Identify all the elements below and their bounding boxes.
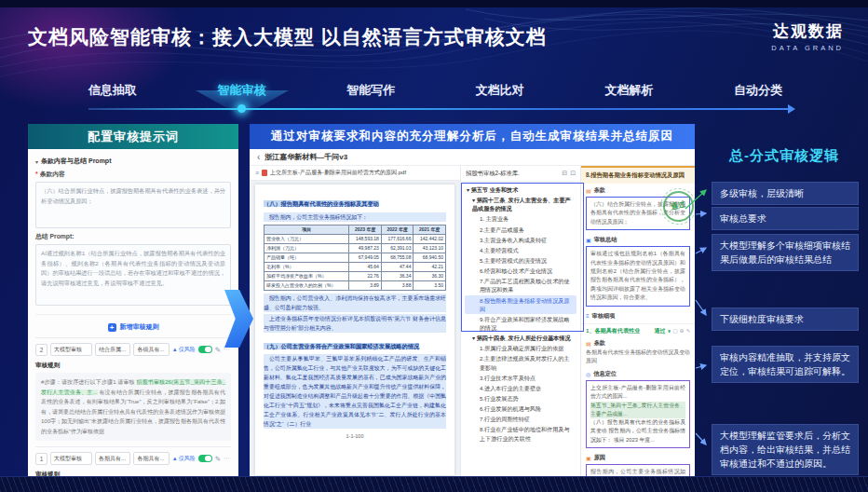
menu-icon[interactable]: ≡ (255, 170, 259, 176)
rule-field2-input[interactable]: 各级具有... (133, 343, 169, 356)
edit-icon[interactable]: ✎ (215, 455, 221, 463)
note-box: 大模型理解监管要求后，分析文档内容，给出审核结果，并总结审核通过和不通过的原因。 (712, 424, 859, 475)
rule-type-input[interactable]: 大模型审核 (50, 452, 92, 465)
note-box: 下级细粒度审核要求 (712, 308, 859, 331)
pdf-file-icon (262, 170, 267, 176)
doc-paragraph: 上述业务指标历年变动情况分析详见本招股说明书“第六节 财务会计信息与管理层分析”… (264, 314, 446, 333)
rule-tree-title: 招股书审核2-标准库. (466, 170, 520, 178)
doc-table-cell: 47.44 (381, 262, 414, 271)
brand-logo-subtitle: DATA GRAND (771, 44, 844, 52)
box-icon: ▣ (586, 237, 591, 243)
clause-content-textarea[interactable]: （六）结合所属行业特点，披露报告期各期具有代表性的业务表述，并分析变动情况及原因… (35, 182, 231, 228)
summary-label-row: ▣ 审核总结 (581, 233, 695, 245)
summary-prompt-textarea[interactable]: AI通过规则名称1（结合所属行业特点，披露报告期各期具有代表性的业务指标）、规则… (35, 244, 231, 306)
nav-tab[interactable]: 智能写作 (346, 82, 395, 99)
right-panel-title: 总-分式审核逻辑 (706, 147, 862, 165)
tree-item[interactable]: 5.行业发展态势 (465, 393, 576, 403)
back-icon[interactable]: ‹ (257, 152, 260, 162)
tree-item[interactable]: 3.主营业务收入构成及特征 (465, 235, 576, 245)
rule-field1-input[interactable]: 结合所属... (95, 343, 130, 356)
tree-item-selected[interactable]: 8.报告期各期业务指标变动情况及原因 (465, 295, 576, 314)
locate-line[interactable]: （八）报告期具有代表性的业务指标及其变动 报告期内，公司主营业务指标情况如下： … (590, 418, 685, 444)
nav-tab[interactable]: 文档比对 (476, 82, 524, 99)
doc-heading-1: （八）报告期具有代表性的业务指标及其变动 (264, 200, 379, 207)
document-page[interactable]: （八）报告期具有代表性的业务指标及其变动 报告期内，公司主营业务指标情况如下： … (255, 184, 454, 475)
review-result-panel: 通过对审核要求和内容的充分理解分析后，自动生成审核结果并总结原因 ‹ 浙江嘉华新… (250, 124, 695, 478)
tree-item[interactable]: 6.经营和核心技术产业化情况 (465, 266, 576, 276)
tree-item[interactable]: 7.行业的周期性特征 (465, 414, 576, 424)
doc-table-cell: 36.30 (414, 271, 446, 280)
prompt-section-toggle[interactable]: ▾ 条款内容与总结 Prompt (35, 157, 231, 166)
add-rule-button[interactable]: + 新增审核规则 (35, 314, 231, 332)
locate-box[interactable]: 上交所主板-产品服务-删除采用目前经营方式的原因... 第五节_第四十三条_发行… (586, 380, 690, 448)
tree-item[interactable]: 2.主要产品或服务 (465, 225, 576, 235)
edit-icon[interactable]: ✎ (685, 328, 690, 334)
nav-tab[interactable]: 自动分类 (734, 82, 782, 99)
doc-table-cell: 62,391.03 (381, 243, 414, 253)
doc-table-head-row: 项目2023 年度2022 年度2021 年度 (264, 225, 446, 234)
breadcrumb-label: 浙江嘉华新材料—千问v3 (264, 152, 347, 162)
doc-table-cell: 43,123.10 (414, 243, 446, 253)
risk-only-tag[interactable]: ▲仅风险 (172, 346, 196, 354)
rule-card-header: 2 大模型审核 结合所属... 各级具有... ▲仅风险 ✎ ⋯ (35, 343, 231, 356)
rule-tree-header: 招股书审核2-标准库. ⊟ ⊡ (461, 166, 580, 182)
doc-table-cell: 142,442.02 (414, 234, 446, 243)
clause-content-label: *条款内容 (35, 170, 231, 179)
tree-item[interactable]: 5.主要经营模式的演变情况 (465, 255, 576, 266)
edit-icon[interactable]: ✎ (215, 346, 221, 354)
locate-line[interactable]: 第五节_第四十三条_发行人主营业务、主要产品或服... (590, 402, 685, 419)
rule-type-input[interactable]: 大模型审核 (50, 343, 92, 356)
clause-text-box: （六）结合所属行业特点，披露报告期各期具有代表性的业务指标，并分析变动情况及原因… (586, 197, 690, 230)
detail-item-row[interactable]: 1、各期具有代表性业务指标... 通过 ∨ ▢ ⊙ ✎ (581, 323, 695, 336)
slide-canvas: 文档风险智能审核：接入大模型 以自然语言方式审核文档 达观数据 DATA GRA… (0, 0, 868, 492)
collapse-all-icon[interactable]: ⊟ (562, 170, 567, 177)
rule-field1-input[interactable]: 各期具有... (95, 452, 130, 465)
rule-label: 审核规则 (35, 362, 231, 370)
rule-field2-input[interactable]: 各期具有... (133, 452, 169, 465)
doc-table-cell: 加权平均净资产收益率（%） (264, 271, 349, 280)
locate-line[interactable]: 上交所主板-产品服务-删除采用目前经营方式的原因... (590, 384, 685, 402)
doc-table-row: 加权平均净资产收益率（%）22.7636.3436.30 (264, 271, 446, 280)
doc-table-header-cell: 2021 年度 (414, 225, 446, 234)
doc-table-row: 营业收入（万元）148,593.18177,616.66142,442.02 (264, 234, 446, 243)
doc-table-header-cell: 2023 年度 (349, 225, 382, 234)
nav-tab[interactable]: 文档解析 (604, 82, 653, 99)
expand-all-icon[interactable]: ⊡ (570, 170, 576, 177)
detail-item-title: 1、各期具有代表性业务指标... (586, 327, 640, 335)
tree-item[interactable]: 9.符合产业政策和国家经济发展战略的情况 (465, 314, 576, 333)
tree-item[interactable]: 4.进入本行业的主要壁垒 (465, 383, 576, 393)
nav-tab[interactable]: 智能审核 (218, 82, 266, 99)
doc-table-cell: 3.50 (414, 280, 446, 290)
rule-index-badge: 1 (35, 453, 47, 465)
tree-item[interactable]: 3.行业技术水平及特点 (465, 373, 576, 383)
tree-item[interactable]: 8.行业在产业链中的地位和作用及与上下游行业的关联性 (465, 424, 576, 443)
doc-table-cell: 148,593.18 (349, 234, 382, 243)
tree-item[interactable]: 6.行业发展的机遇与风险 (465, 403, 576, 414)
risk-only-tag[interactable]: ▲仅风险 (172, 455, 196, 463)
tree-item[interactable]: ▾ 第五节 业务和技术 (465, 184, 576, 195)
doc-table-row: 研发投入占营业收入的比例（%）3.893.883.50 (264, 280, 446, 290)
tree-item[interactable]: ▾ 第四十四条_发行人所处行业基本情况 (465, 333, 576, 343)
reason-label-row: ▣ 原因 (581, 451, 695, 463)
tree-item[interactable]: 1. 主营业务 (465, 213, 576, 224)
locate-icon[interactable]: ⊙ (680, 328, 685, 334)
copy-icon[interactable]: ▢ (673, 328, 678, 334)
tree-item[interactable]: ▾ 第四十三条_发行人主营业务、主要产品或服务的情况 (465, 195, 576, 213)
tree-item[interactable]: 2.主要法律法规政策及对发行人的主要影响 (465, 353, 576, 372)
tree-item[interactable]: 1.所属行业及确定所属行业的依据 (465, 343, 576, 353)
review-section-title: 8.报告期各期业务指标变动情况及原因 (581, 166, 695, 184)
caret-down-icon: ▾ (35, 158, 38, 165)
rule-tree-column: 招股书审核2-标准库. ⊟ ⊡ ▾ 第五节 业务和技术▾ 第四十三条_发行人主营… (460, 166, 581, 479)
status-badge[interactable]: 通过 (655, 327, 666, 335)
tree-header-icons: ⊟ ⊡ (562, 170, 576, 177)
nav-tab[interactable]: 信息抽取 (88, 82, 137, 99)
rule-enable-toggle[interactable] (198, 346, 212, 354)
document-icon: ▤ (586, 340, 591, 347)
plus-icon: + (108, 323, 116, 332)
chevron-down-icon[interactable]: ∨ (668, 328, 671, 334)
tree-item[interactable]: 7.产品的工艺流程图及核心技术的使用情况和效果 (465, 276, 576, 294)
more-icon[interactable]: ⋯ (224, 455, 231, 462)
rule-enable-toggle[interactable] (198, 455, 212, 463)
tree-item[interactable]: 4.主要经营模式 (465, 245, 576, 255)
doc-table-cell: 67,949.05 (349, 253, 382, 262)
